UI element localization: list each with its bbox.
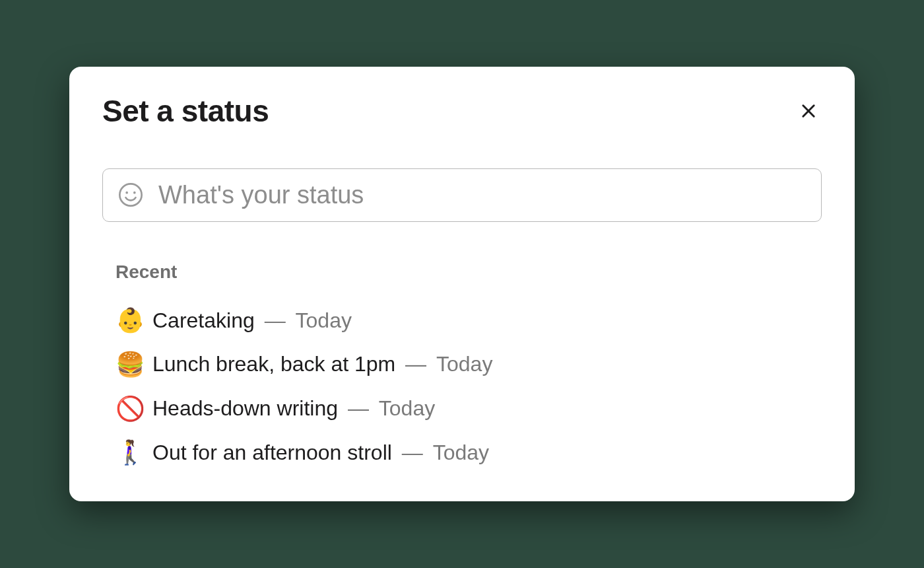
separator: — (259, 308, 292, 332)
separator: — (396, 441, 429, 464)
status-when: Today (296, 308, 352, 332)
recent-item[interactable]: 🚶‍♀️ Out for an afternoon stroll — Today (116, 431, 822, 475)
separator: — (342, 396, 375, 420)
status-emoji: 🚶‍♀️ (116, 437, 152, 468)
status-label: Heads-down writing (152, 396, 338, 420)
emoji-picker-button[interactable] (117, 182, 144, 208)
modal-title: Set a status (102, 93, 269, 129)
status-label: Out for an afternoon stroll (152, 441, 392, 464)
svg-point-2 (119, 184, 141, 206)
recent-section: Recent 👶 Caretaking — Today 🍔 Lunch brea… (102, 262, 822, 475)
status-label: Caretaking (152, 308, 255, 332)
recent-item[interactable]: 👶 Caretaking — Today (116, 299, 822, 343)
close-button[interactable] (795, 98, 822, 124)
status-emoji: 👶 (116, 305, 152, 336)
recent-item[interactable]: 🍔 Lunch break, back at 1pm — Today (116, 343, 822, 387)
recent-item[interactable]: 🚫 Heads-down writing — Today (116, 387, 822, 431)
recent-heading: Recent (116, 262, 822, 283)
status-when: Today (436, 352, 492, 376)
modal-header: Set a status (102, 93, 822, 129)
svg-point-4 (133, 192, 136, 194)
status-when: Today (379, 396, 435, 420)
status-emoji: 🚫 (116, 394, 152, 425)
separator: — (399, 352, 432, 376)
recent-list: 👶 Caretaking — Today 🍔 Lunch break, back… (116, 299, 822, 475)
status-input[interactable] (158, 181, 807, 209)
close-icon (799, 102, 818, 120)
set-status-modal: Set a status Recent 👶 Caretaking — (69, 67, 855, 501)
status-emoji: 🍔 (116, 349, 152, 380)
status-label: Lunch break, back at 1pm (152, 352, 395, 376)
status-when: Today (433, 441, 489, 464)
status-input-container (102, 168, 822, 222)
svg-point-3 (125, 192, 128, 194)
smile-icon (117, 182, 144, 208)
